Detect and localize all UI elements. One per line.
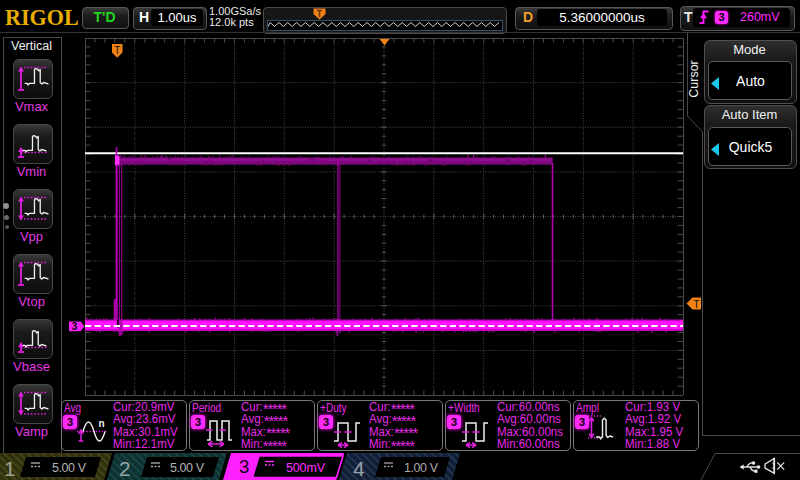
svg-text:T: T bbox=[114, 45, 120, 56]
svg-text:2: 2 bbox=[119, 457, 131, 480]
svg-text:3: 3 bbox=[72, 321, 78, 332]
svg-text:1: 1 bbox=[4, 457, 16, 480]
svg-text:4: 4 bbox=[353, 457, 365, 480]
svg-text:500mV: 500mV bbox=[286, 461, 326, 475]
svg-text:5.00 V: 5.00 V bbox=[170, 461, 205, 475]
svg-text:5.00 V: 5.00 V bbox=[52, 461, 87, 475]
svg-text:3: 3 bbox=[239, 456, 249, 477]
svg-text:n: n bbox=[99, 418, 105, 429]
svg-text:1.00 V: 1.00 V bbox=[404, 461, 439, 475]
